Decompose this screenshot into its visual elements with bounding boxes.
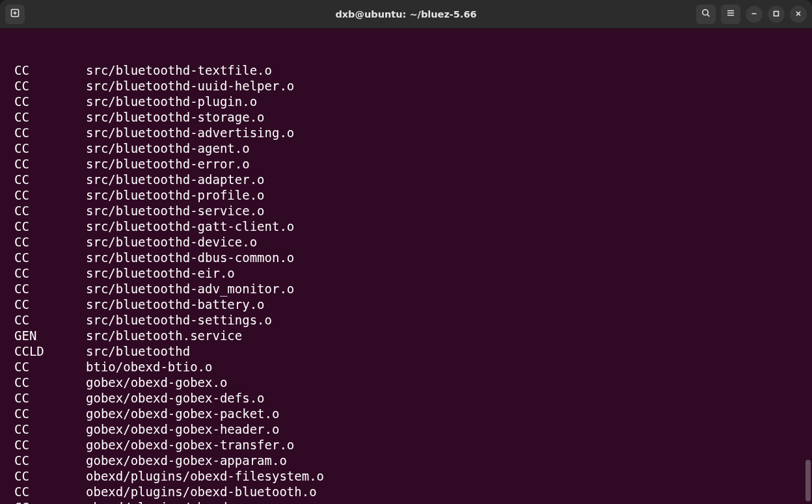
titlebar: dxb@ubuntu: ~/bluez-5.66 xyxy=(0,0,812,29)
compile-path: gobex/obexd-gobex-packet.o xyxy=(86,406,279,421)
output-line: CCobexd/plugins/obexd-filesystem.o xyxy=(14,468,807,484)
compile-path: src/bluetoothd-plugin.o xyxy=(86,94,257,109)
output-line: CCsrc/bluetoothd-device.o xyxy=(14,234,807,250)
output-line: CCsrc/bluetoothd-settings.o xyxy=(14,312,807,328)
output-line: CCgobex/obexd-gobex-defs.o xyxy=(14,390,807,406)
output-line: CCgobex/obexd-gobex-packet.o xyxy=(14,406,807,421)
compile-label: CC xyxy=(14,359,86,375)
compile-path: gobex/obexd-gobex-defs.o xyxy=(86,391,265,405)
compile-path: src/bluetoothd-eir.o xyxy=(86,266,235,280)
output-line: CCsrc/bluetoothd-dbus-common.o xyxy=(14,250,807,265)
compile-path: gobex/obexd-gobex-transfer.o xyxy=(86,438,294,452)
hamburger-icon xyxy=(725,8,736,21)
output-line: CCbtio/obexd-btio.o xyxy=(14,359,807,375)
output-line: CCsrc/bluetoothd-profile.o xyxy=(14,187,807,203)
compile-path: btio/obexd-btio.o xyxy=(86,360,212,374)
output-line: CCobexd/plugins/obexd-bluetooth.o xyxy=(14,484,807,499)
output-line: CCsrc/bluetoothd-eir.o xyxy=(14,265,807,281)
compile-path: src/bluetoothd-battery.o xyxy=(86,297,265,312)
compile-label: CC xyxy=(14,172,86,187)
compile-path: gobex/obexd-gobex-header.o xyxy=(86,422,279,436)
maximize-button[interactable] xyxy=(768,6,785,23)
output-line: CCsrc/bluetoothd-textfile.o xyxy=(14,62,807,78)
compile-label: CC xyxy=(14,375,86,390)
compile-path: obexd/plugins/obexd-bluetooth.o xyxy=(86,484,317,499)
compile-path: src/bluetoothd-adapter.o xyxy=(86,172,265,187)
compile-label: CC xyxy=(14,109,86,125)
compile-path: src/bluetoothd-dbus-common.o xyxy=(86,250,294,265)
maximize-icon xyxy=(772,8,780,20)
compile-label: CC xyxy=(14,62,86,78)
compile-path: gobex/obexd-gobex-apparam.o xyxy=(86,453,287,468)
compile-label: CC xyxy=(14,250,86,265)
svg-point-3 xyxy=(703,9,708,14)
close-button[interactable] xyxy=(790,6,807,23)
compile-path: obexd/plugins/obexd-filesystem.o xyxy=(86,469,324,483)
scrollbar-thumb[interactable] xyxy=(805,460,811,501)
compile-label: CC xyxy=(14,78,86,94)
compile-label: CC xyxy=(14,234,86,250)
compile-path: src/bluetoothd-textfile.o xyxy=(86,63,272,77)
compile-path: src/bluetoothd-storage.o xyxy=(86,110,265,124)
minimize-button[interactable] xyxy=(746,6,763,23)
output-line: CCsrc/bluetoothd-storage.o xyxy=(14,109,807,125)
compile-label: CC xyxy=(14,125,86,140)
output-line: CCsrc/bluetoothd-adv_monitor.o xyxy=(14,281,807,297)
output-line: CCsrc/bluetoothd-gatt-client.o xyxy=(14,219,807,234)
compile-path: src/bluetoothd-agent.o xyxy=(86,141,250,155)
compile-path: src/bluetoothd xyxy=(86,344,190,358)
output-line: CCsrc/bluetoothd-service.o xyxy=(14,203,807,219)
compile-path: src/bluetoothd-adv_monitor.o xyxy=(86,282,294,296)
search-button[interactable] xyxy=(696,5,716,24)
output-line: CCgobex/obexd-gobex-transfer.o xyxy=(14,437,807,453)
menu-button[interactable] xyxy=(721,5,740,24)
new-tab-button[interactable] xyxy=(5,5,25,24)
compile-label: CC xyxy=(14,219,86,234)
new-tab-icon xyxy=(10,8,20,21)
compile-path: src/bluetoothd-advertising.o xyxy=(86,126,294,140)
svg-rect-9 xyxy=(774,12,779,16)
compile-label: CC xyxy=(14,140,86,156)
output-line: CCsrc/bluetoothd-agent.o xyxy=(14,140,807,156)
compile-label: CC xyxy=(14,468,86,484)
compile-label: CC xyxy=(14,156,86,172)
scrollbar[interactable] xyxy=(804,29,811,504)
compile-path: src/bluetoothd-settings.o xyxy=(86,313,272,327)
output-line: CCgobex/obexd-gobex-apparam.o xyxy=(14,453,807,468)
compile-label: CC xyxy=(14,499,86,504)
compile-label: CC xyxy=(14,203,86,219)
compile-label: CC xyxy=(14,265,86,281)
output-line: CCsrc/bluetoothd-battery.o xyxy=(14,297,807,312)
compile-path: src/bluetoothd-uuid-helper.o xyxy=(86,79,294,93)
output-line: CCsrc/bluetoothd-error.o xyxy=(14,156,807,172)
compile-path: src/bluetooth.service xyxy=(86,328,242,343)
compile-path: src/bluetoothd-service.o xyxy=(86,204,265,218)
svg-line-4 xyxy=(707,14,709,16)
compile-path: gobex/obexd-gobex.o xyxy=(86,375,227,390)
compile-label: CC xyxy=(14,187,86,203)
search-icon xyxy=(701,8,711,21)
compile-label: CC xyxy=(14,297,86,312)
output-line: CCgobex/obexd-gobex.o xyxy=(14,375,807,390)
output-line: CCgobex/obexd-gobex-header.o xyxy=(14,421,807,437)
compile-label: CC xyxy=(14,281,86,297)
output-line: CCLDsrc/bluetoothd xyxy=(14,343,807,359)
output-line: CCsrc/bluetoothd-uuid-helper.o xyxy=(14,78,807,94)
compile-path: src/bluetoothd-device.o xyxy=(86,235,257,249)
compile-label: CC xyxy=(14,390,86,406)
terminal-output[interactable]: CCsrc/bluetoothd-textfile.oCCsrc/bluetoo… xyxy=(0,29,812,504)
compile-path: obexd/plugins/obexd-opp.o xyxy=(86,500,272,504)
compile-path: src/bluetoothd-profile.o xyxy=(86,188,265,202)
compile-label: CC xyxy=(14,312,86,328)
compile-label: CC xyxy=(14,421,86,437)
compile-label: CC xyxy=(14,94,86,109)
compile-path: src/bluetoothd-gatt-client.o xyxy=(86,219,294,233)
compile-label: CC xyxy=(14,484,86,499)
window-title: dxb@ubuntu: ~/bluez-5.66 xyxy=(0,9,812,20)
output-line: CCobexd/plugins/obexd-opp.o xyxy=(14,499,807,504)
compile-label: CC xyxy=(14,406,86,421)
close-icon xyxy=(794,8,802,20)
output-line: CCsrc/bluetoothd-adapter.o xyxy=(14,172,807,187)
output-line: CCsrc/bluetoothd-plugin.o xyxy=(14,94,807,109)
minimize-icon xyxy=(750,8,758,20)
